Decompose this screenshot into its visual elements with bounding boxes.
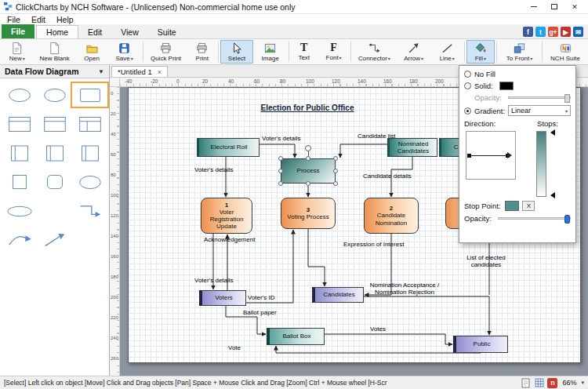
node-electoral-roll[interactable]: Electoral Roll <box>197 138 260 157</box>
font-icon: F <box>330 42 337 54</box>
selection-handle[interactable] <box>333 156 338 161</box>
node-voter-registration-update[interactable]: 1Voter Registration Update <box>201 198 252 234</box>
gradient-radio[interactable] <box>464 107 471 115</box>
tab-suite[interactable]: Suite <box>148 25 186 38</box>
new-button[interactable]: New▾ <box>2 40 33 64</box>
gradient-stop-marker[interactable] <box>547 192 555 198</box>
tab-close-icon[interactable]: × <box>158 68 162 76</box>
rotation-handle[interactable] <box>305 145 311 151</box>
solid-radio[interactable] <box>464 82 471 89</box>
node-voters[interactable]: Voters <box>199 290 246 306</box>
select-button[interactable]: Select <box>220 40 253 64</box>
zoom-dropdown-icon[interactable]: ▾ <box>581 380 584 386</box>
node-nominated-candidates[interactable]: Nominated Candidates <box>387 138 437 157</box>
nch-suite-button[interactable]: NCH Suite <box>544 40 586 64</box>
palette-shape-rect-band[interactable] <box>2 141 37 165</box>
maximize-button-icon[interactable] <box>544 1 564 13</box>
node-ballot-box[interactable]: Ballot Box <box>267 328 325 345</box>
text-button[interactable]: TText <box>291 40 318 64</box>
save-button[interactable]: Save▾ <box>108 40 141 64</box>
minimize-button-icon[interactable] <box>524 1 544 13</box>
fill-panel: No Fill Solid: Opacity: Gradient: Linear… <box>459 65 576 243</box>
ruler-number: 120 <box>111 213 118 218</box>
no-fill-radio[interactable] <box>464 71 471 78</box>
palette-shape-arrow-connector[interactable] <box>37 228 72 252</box>
gradient-opacity-slider[interactable] <box>498 217 571 220</box>
palette-shape-rect-band[interactable] <box>37 141 72 165</box>
mail-icon[interactable]: ✉ <box>573 27 583 37</box>
palette-shape-ellipse[interactable] <box>72 170 107 194</box>
node-voting-process[interactable]: 3Voting Process <box>281 198 336 229</box>
new-blank-button[interactable]: New Blank <box>34 40 76 64</box>
zoom-level[interactable]: 66% <box>561 379 578 387</box>
stop-point-swatch[interactable] <box>505 201 519 211</box>
remove-stop-button[interactable]: X <box>522 201 535 211</box>
gradient-direction-box[interactable] <box>466 131 516 180</box>
connector-button[interactable]: Connector▾ <box>353 40 395 64</box>
palette-header[interactable]: Data Flow Diagram ▼ <box>0 65 109 78</box>
ruler-number: 40 <box>228 78 234 84</box>
palette-shape-rectangle[interactable] <box>72 83 107 107</box>
palette-shape-ellipse[interactable] <box>37 83 72 107</box>
menu-file[interactable]: File <box>2 15 26 24</box>
gradient-type-select[interactable]: Linear ▾ <box>508 105 571 116</box>
dropdown-caret-icon: ▾ <box>339 56 342 60</box>
nch-logo-icon[interactable]: n <box>547 378 557 388</box>
node-public[interactable]: Public <box>453 336 508 353</box>
palette-shape-ellipse-wide[interactable] <box>2 199 37 223</box>
document-tab[interactable]: *Untitled 1 × <box>111 66 168 77</box>
tab-view[interactable]: View <box>111 25 148 38</box>
palette-dropdown-icon[interactable]: ▼ <box>98 68 104 75</box>
selection-handle[interactable] <box>333 181 338 186</box>
font-button[interactable]: FFont▾ <box>318 40 350 64</box>
googleplus-icon[interactable]: g+ <box>548 27 558 37</box>
palette-shape-rect-divided[interactable] <box>37 112 72 136</box>
tab-file[interactable]: File <box>2 24 34 38</box>
selection-handle[interactable] <box>278 169 283 173</box>
fill-button[interactable]: Fill▾ <box>466 40 495 64</box>
selection-handle[interactable] <box>306 156 310 161</box>
tab-edit[interactable]: Edit <box>78 25 111 38</box>
close-button-icon[interactable]: ✕ <box>564 1 585 13</box>
selection-handle[interactable] <box>278 156 283 161</box>
tab-home[interactable]: Home <box>36 25 78 38</box>
facebook-icon[interactable]: f <box>523 27 533 37</box>
palette-shape-square[interactable] <box>2 170 37 194</box>
arrow-button[interactable]: Arrow▾ <box>396 40 430 64</box>
ruler-number: 60 <box>111 152 116 157</box>
youtube-icon[interactable]: ▶ <box>561 27 571 37</box>
node-process[interactable]: Process <box>281 158 336 184</box>
open-button[interactable]: Open <box>77 40 107 64</box>
node-candidate-nomination[interactable]: 2Candidate Nomination <box>364 198 419 234</box>
palette-shape-ellipse[interactable] <box>2 83 37 107</box>
node-candidates[interactable]: Candidates <box>312 287 364 303</box>
palette-shape-rect-band[interactable] <box>72 141 107 165</box>
twitter-icon[interactable]: t <box>535 27 546 37</box>
palette-shape-rect-divided[interactable] <box>2 112 37 136</box>
selection-handle[interactable] <box>306 181 310 186</box>
edge-label: Acknowledgement <box>204 236 255 243</box>
gradient-stop-marker[interactable] <box>547 129 555 136</box>
gradient-stops-bar[interactable] <box>536 131 546 197</box>
palette-shape-rounded-square[interactable] <box>37 170 72 194</box>
palette-shape-elbow-connector[interactable] <box>72 199 107 223</box>
dropdown-caret-icon: ▾ <box>530 56 532 61</box>
solid-color-swatch[interactable] <box>499 82 514 90</box>
select-icon <box>230 42 243 55</box>
line-button[interactable]: Line▾ <box>432 40 463 64</box>
image-button[interactable]: Image <box>254 40 287 64</box>
palette-shape-curve-connector[interactable] <box>2 228 37 252</box>
quick-print-button[interactable]: Quick Print <box>145 40 187 64</box>
fit-page-icon[interactable] <box>521 378 531 388</box>
menu-help[interactable]: Help <box>51 15 79 24</box>
select-caret-icon: ▾ <box>565 108 568 114</box>
palette-shape-rect-table[interactable] <box>72 112 107 136</box>
edge-label: Expression of Interest <box>343 241 404 248</box>
selection-handle[interactable] <box>278 181 283 186</box>
to-front-button[interactable]: To Front▾ <box>499 40 540 64</box>
menu-edit[interactable]: Edit <box>26 15 51 24</box>
no-fill-label: No Fill <box>474 70 495 78</box>
print-button[interactable]: Print <box>188 40 217 64</box>
selection-handle[interactable] <box>333 169 338 173</box>
grid-icon[interactable] <box>534 378 544 388</box>
